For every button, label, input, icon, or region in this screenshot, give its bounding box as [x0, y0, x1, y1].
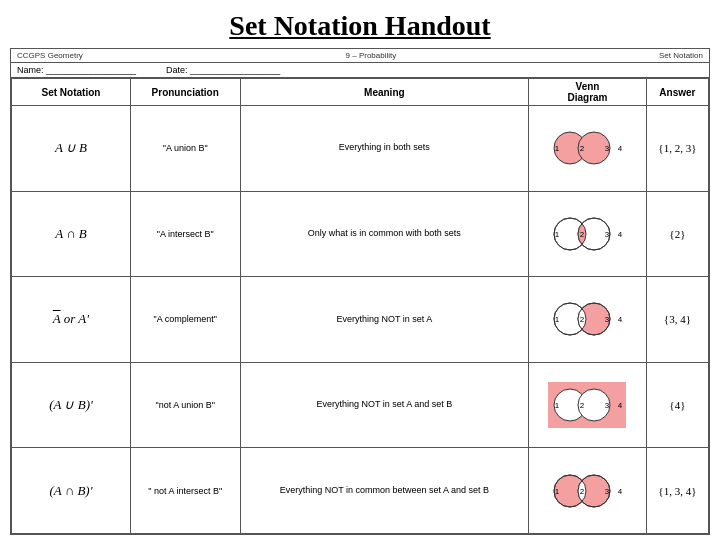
venn-diagram: 1 2 3 4	[547, 124, 627, 172]
venn-cell: 1 2 3 4	[529, 106, 647, 192]
pronunciation-cell: "A union B"	[130, 106, 240, 192]
svg-text:1: 1	[555, 315, 560, 324]
meaning-cell: Everything NOT in set A and set B	[240, 362, 529, 448]
pronunciation-cell: "not A union B"	[130, 362, 240, 448]
svg-text:2: 2	[580, 315, 585, 324]
answer-cell: {3, 4}	[646, 277, 708, 363]
svg-text:4: 4	[618, 487, 623, 496]
notation-cell: (A ∩ B)'	[12, 448, 131, 534]
page: Set Notation Handout CCGPS Geometry 9 – …	[0, 0, 720, 540]
svg-text:3: 3	[605, 401, 610, 410]
answer-cell: {2}	[646, 191, 708, 277]
main-table: Set Notation Pronunciation Meaning Venn …	[11, 78, 709, 534]
svg-text:2: 2	[580, 487, 585, 496]
name-label: Name: __________________	[17, 65, 136, 75]
notation-cell: A ∪ B	[12, 106, 131, 192]
venn-cell: 1 2 3 4	[529, 277, 647, 363]
svg-text:1: 1	[555, 144, 560, 153]
venn-cell: 1 2 3 4	[529, 448, 647, 534]
meta-center: 9 – Probability	[346, 51, 397, 60]
date-label: Date: __________________	[166, 65, 280, 75]
meta-right: Set Notation	[659, 51, 703, 60]
svg-text:4: 4	[618, 230, 623, 239]
svg-text:4: 4	[618, 315, 623, 324]
answer-cell: {4}	[646, 362, 708, 448]
svg-text:2: 2	[580, 401, 585, 410]
table-row: A ∩ B"A intersect B"Only what is in comm…	[12, 191, 709, 277]
meaning-cell: Everything NOT in set A	[240, 277, 529, 363]
venn-cell: 1 2 3 4	[529, 191, 647, 277]
svg-text:3: 3	[605, 144, 610, 153]
svg-text:2: 2	[580, 144, 585, 153]
col-header-meaning: Meaning	[240, 79, 529, 106]
answer-cell: {1, 2, 3}	[646, 106, 708, 192]
table-row: (A ∪ B)'"not A union B"Everything NOT in…	[12, 362, 709, 448]
svg-text:3: 3	[605, 487, 610, 496]
name-date-row: Name: __________________ Date: _________…	[11, 63, 709, 78]
svg-text:1: 1	[555, 230, 560, 239]
handout-wrapper: CCGPS Geometry 9 – Probability Set Notat…	[10, 48, 710, 535]
pronunciation-cell: "A intersect B"	[130, 191, 240, 277]
col-header-notation: Set Notation	[12, 79, 131, 106]
venn-diagram: 1 2 3 4	[547, 467, 627, 515]
svg-text:3: 3	[605, 230, 610, 239]
header-row: Set Notation Pronunciation Meaning Venn …	[12, 79, 709, 106]
svg-text:1: 1	[555, 487, 560, 496]
venn-cell: 1 2 3 4	[529, 362, 647, 448]
meta-left: CCGPS Geometry	[17, 51, 83, 60]
venn-diagram: 1 2 3 4	[547, 295, 627, 343]
table-row: A or A'"A complement"Everything NOT in s…	[12, 277, 709, 363]
answer-cell: {1, 3, 4}	[646, 448, 708, 534]
notation-cell: A or A'	[12, 277, 131, 363]
svg-text:4: 4	[618, 144, 623, 153]
meaning-cell: Everything in both sets	[240, 106, 529, 192]
svg-text:4: 4	[618, 401, 623, 410]
col-header-answer: Answer	[646, 79, 708, 106]
venn-diagram: 1 2 3 4	[547, 381, 627, 429]
svg-text:3: 3	[605, 315, 610, 324]
venn-diagram: 1 2 3 4	[547, 210, 627, 258]
meaning-cell: Everything NOT in common between set A a…	[240, 448, 529, 534]
top-meta: CCGPS Geometry 9 – Probability Set Notat…	[11, 49, 709, 63]
svg-text:1: 1	[555, 401, 560, 410]
pronunciation-cell: " not A intersect B"	[130, 448, 240, 534]
meaning-cell: Only what is in common with both sets	[240, 191, 529, 277]
main-title: Set Notation Handout	[229, 10, 490, 42]
notation-cell: A ∩ B	[12, 191, 131, 277]
notation-cell: (A ∪ B)'	[12, 362, 131, 448]
table-row: (A ∩ B)'" not A intersect B"Everything N…	[12, 448, 709, 534]
svg-text:2: 2	[580, 230, 585, 239]
table-row: A ∪ B"A union B"Everything in both sets …	[12, 106, 709, 192]
col-header-pronunciation: Pronunciation	[130, 79, 240, 106]
pronunciation-cell: "A complement"	[130, 277, 240, 363]
col-header-venn: Venn Diagram	[529, 79, 647, 106]
